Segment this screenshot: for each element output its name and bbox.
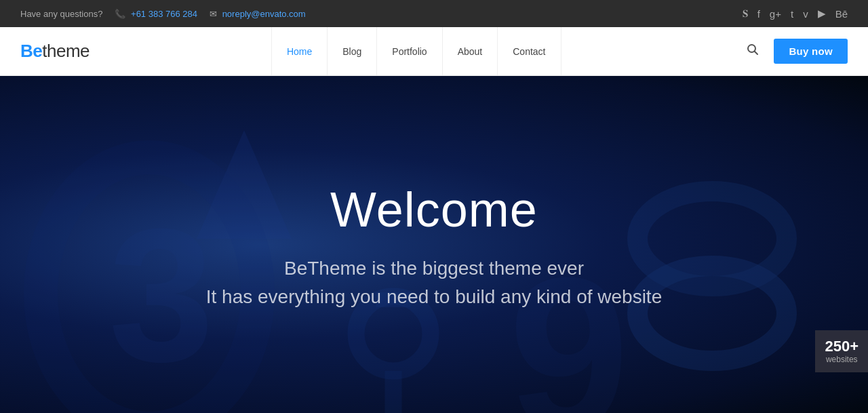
top-bar-left: Have any questions? 📞 +61 383 766 284 ✉ … — [20, 9, 306, 19]
facebook-icon[interactable]: f — [757, 8, 760, 20]
svg-point-7 — [356, 296, 431, 371]
phone-link[interactable]: +61 383 766 284 — [131, 9, 197, 19]
phone-icon: 📞 — [115, 9, 125, 19]
logo-be: Be — [20, 41, 42, 62]
skype-icon[interactable]: 𝐒 — [743, 7, 748, 20]
top-bar: Have any questions? 📞 +61 383 766 284 ✉ … — [0, 0, 868, 27]
google-plus-icon[interactable]: g+ — [770, 8, 781, 20]
nav-links: Home Blog Portfolio About Contact — [271, 27, 561, 76]
search-button[interactable] — [743, 39, 763, 63]
twitter-icon[interactable]: t — [791, 8, 793, 20]
nav-item-home[interactable]: Home — [271, 27, 328, 76]
hero-subtitle1: BeTheme is the biggest theme ever — [27, 258, 841, 279]
hero-content: Welcome BeTheme is the biggest theme eve… — [0, 182, 868, 308]
logo[interactable]: Betheme — [20, 41, 90, 62]
nav-item-contact[interactable]: Contact — [498, 27, 561, 76]
nav-item-portfolio[interactable]: Portfolio — [377, 27, 442, 76]
hero-subtitle2: It has everything you need to build any … — [27, 286, 841, 308]
badge-number: 250+ — [825, 338, 859, 355]
nav-item-about[interactable]: About — [443, 27, 498, 76]
search-icon — [747, 43, 759, 56]
buy-now-button[interactable]: Buy now — [774, 39, 848, 64]
badge-250: 250+ websites — [815, 330, 868, 372]
nav-right: Buy now — [743, 39, 848, 64]
email-contact: ✉ noreply@envato.com — [210, 9, 306, 19]
behance-icon[interactable]: Bē — [835, 8, 848, 20]
svg-line-1 — [755, 52, 758, 55]
hero-section: 3 9 Welcome BeTheme is the biggest theme… — [0, 76, 868, 413]
vimeo-icon[interactable]: v — [803, 8, 808, 20]
navbar: Betheme Home Blog Portfolio About Contac… — [0, 27, 868, 76]
play-icon[interactable]: ▶ — [818, 7, 826, 20]
logo-theme: theme — [42, 41, 90, 62]
email-link[interactable]: noreply@envato.com — [222, 9, 306, 19]
badge-label: websites — [825, 355, 859, 364]
email-icon: ✉ — [210, 9, 217, 19]
top-bar-right: 𝐒 f g+ t v ▶ Bē — [743, 7, 848, 20]
question-text: Have any questions? — [20, 9, 102, 19]
phone-contact: 📞 +61 383 766 284 — [115, 9, 197, 19]
nav-item-blog[interactable]: Blog — [328, 27, 377, 76]
hero-title: Welcome — [27, 182, 841, 237]
